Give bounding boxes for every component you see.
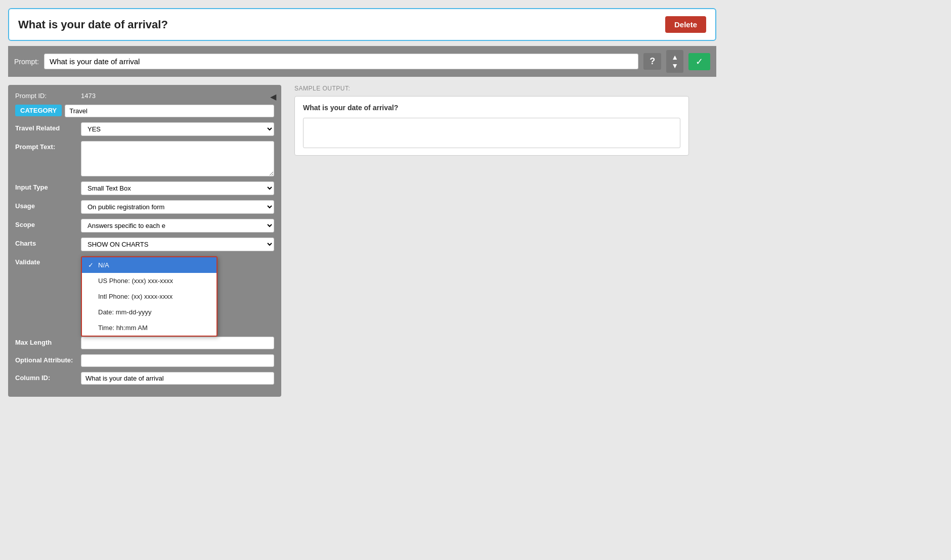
column-id-label: Column ID: (15, 372, 81, 382)
scope-label: Scope (15, 219, 81, 228)
scope-select[interactable]: Answers specific to each e Global (81, 219, 274, 232)
validate-option-time-label: Time: hh:mm AM (98, 324, 148, 332)
optional-attribute-row: Optional Attribute: (15, 354, 274, 367)
category-badge: CATEGORY (15, 105, 62, 116)
title-bar: What is your date of arrival? Delete (8, 8, 716, 41)
category-input[interactable] (65, 105, 274, 117)
optional-attribute-input[interactable] (81, 354, 274, 367)
right-panel: SAMPLE OUTPUT: What is your date of arri… (289, 85, 716, 397)
collapse-arrow-icon[interactable]: ◀ (270, 92, 276, 102)
validate-option-intl-phone-label: Intl Phone: (xx) xxxx-xxxx (98, 293, 172, 300)
max-length-input[interactable] (81, 337, 274, 349)
spinner-down-icon: ▼ (671, 62, 678, 70)
sample-answer-box (303, 118, 680, 148)
optional-attribute-label: Optional Attribute: (15, 354, 81, 364)
validate-row: Validate ✓ N/A US Phone: (xxx) xxx-xxxx … (15, 256, 274, 266)
help-button[interactable]: ? (643, 53, 661, 70)
validate-label: Validate (15, 256, 81, 266)
prompt-id-label: Prompt ID: (15, 92, 81, 100)
validate-option-na[interactable]: ✓ N/A (82, 257, 217, 273)
validate-dropdown[interactable]: ✓ N/A US Phone: (xxx) xxx-xxxx Intl Phon… (81, 256, 218, 337)
charts-label: Charts (15, 238, 81, 247)
prompt-text-row: Prompt Text: (15, 141, 274, 176)
delete-button[interactable]: Delete (665, 16, 706, 33)
column-id-row: Column ID: (15, 372, 274, 385)
usage-select[interactable]: On public registration form Internal onl… (81, 200, 274, 214)
left-panel: ◀ Prompt ID: 1473 CATEGORY Travel Relate… (8, 85, 281, 397)
sample-question: What is your date of arrival? (303, 104, 680, 112)
main-container: What is your date of arrival? Delete Pro… (8, 8, 716, 397)
validate-option-na-label: N/A (98, 261, 109, 269)
prompt-text-label: Prompt Text: (15, 141, 81, 151)
checkmark-icon: ✓ (88, 261, 95, 269)
usage-row: Usage On public registration form Intern… (15, 200, 274, 214)
usage-label: Usage (15, 200, 81, 210)
prompt-id-row: Prompt ID: 1473 (15, 92, 274, 100)
input-type-label: Input Type (15, 181, 81, 191)
sample-output-label: SAMPLE OUTPUT: (294, 85, 711, 92)
category-row: CATEGORY (15, 105, 274, 117)
validate-option-us-phone[interactable]: US Phone: (xxx) xxx-xxxx (82, 273, 217, 289)
validate-option-date[interactable]: Date: mm-dd-yyyy (82, 304, 217, 320)
travel-related-select[interactable]: YES NO (81, 122, 274, 136)
travel-related-row: Travel Related YES NO (15, 122, 274, 136)
scope-row: Scope Answers specific to each e Global (15, 219, 274, 232)
prompt-input[interactable] (44, 54, 638, 69)
input-type-select[interactable]: Small Text Box Large Text Box Dropdown C… (81, 181, 274, 195)
charts-row: Charts SHOW ON CHARTS HIDE FROM CHARTS (15, 238, 274, 251)
prompt-label: Prompt: (14, 58, 39, 66)
confirm-button[interactable]: ✓ (688, 53, 710, 70)
content-area: ◀ Prompt ID: 1473 CATEGORY Travel Relate… (8, 77, 716, 397)
prompt-id-value: 1473 (81, 92, 96, 100)
max-length-row: Max Length (15, 337, 274, 349)
charts-select[interactable]: SHOW ON CHARTS HIDE FROM CHARTS (81, 238, 274, 251)
max-length-label: Max Length (15, 337, 81, 346)
validate-option-time[interactable]: Time: hh:mm AM (82, 320, 217, 336)
page-title: What is your date of arrival? (18, 18, 168, 31)
spinner-up-icon: ▲ (671, 53, 678, 61)
validate-option-us-phone-label: US Phone: (xxx) xxx-xxxx (98, 277, 173, 285)
input-type-row: Input Type Small Text Box Large Text Box… (15, 181, 274, 195)
spinner-button[interactable]: ▲ ▼ (666, 50, 683, 73)
prompt-row: Prompt: ? ▲ ▼ ✓ (8, 46, 716, 77)
column-id-input[interactable] (81, 372, 274, 385)
validate-option-intl-phone[interactable]: Intl Phone: (xx) xxxx-xxxx (82, 289, 217, 304)
prompt-text-textarea[interactable] (81, 141, 274, 176)
validate-option-date-label: Date: mm-dd-yyyy (98, 308, 151, 316)
sample-output-box: What is your date of arrival? (294, 96, 689, 156)
travel-related-label: Travel Related (15, 122, 81, 132)
